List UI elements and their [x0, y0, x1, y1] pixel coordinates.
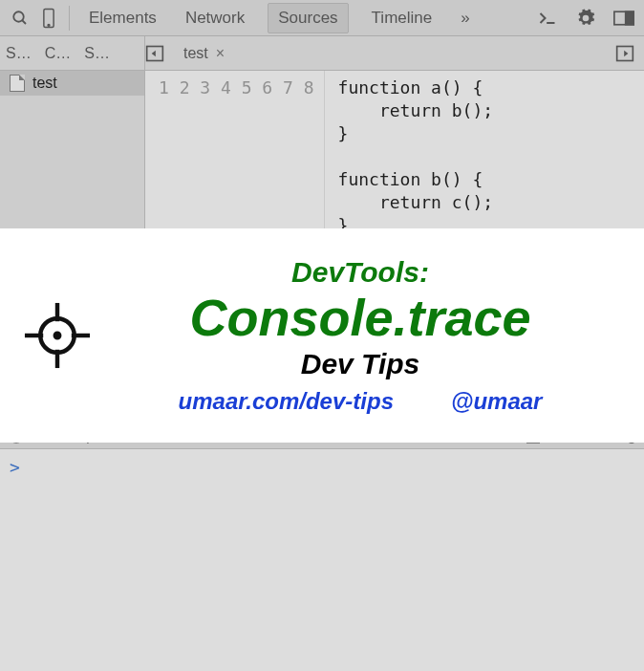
overlay-link-handle[interactable]: @umaar: [451, 388, 542, 414]
overlay-subtitle: Dev Tips: [115, 348, 606, 380]
more-tabs-icon[interactable]: »: [455, 3, 475, 33]
svg-point-17: [55, 334, 59, 337]
panel-tabs: Elements Network Sources Timeline »: [83, 3, 476, 33]
tab-network[interactable]: Network: [180, 3, 250, 33]
console-output[interactable]: >: [0, 449, 644, 671]
svg-line-1: [22, 20, 26, 24]
toolbar-separator: [69, 6, 70, 31]
svg-point-3: [48, 24, 50, 26]
devtools-toolbar: Elements Network Sources Timeline »: [0, 0, 644, 36]
overlay-link-site[interactable]: umaar.com/dev-tips: [179, 388, 394, 414]
crumb-1[interactable]: C…: [45, 45, 72, 62]
title-card-overlay: DevTools: Console.trace Dev Tips umaar.c…: [0, 228, 644, 443]
console-prompt: >: [10, 457, 20, 477]
svg-rect-6: [626, 11, 633, 25]
tab-sources[interactable]: Sources: [268, 3, 348, 33]
file-icon: [10, 75, 25, 92]
tab-timeline[interactable]: Timeline: [366, 3, 439, 33]
file-tab-label: test: [183, 45, 208, 62]
sources-subbar: S… C… S… test ×: [0, 36, 644, 71]
file-tree-label: test: [32, 75, 57, 92]
overlay-title-1: DevTools:: [115, 256, 606, 289]
file-tree-item[interactable]: test: [0, 71, 144, 96]
nav-back-icon[interactable]: [145, 44, 170, 63]
show-debugger-icon[interactable]: [615, 44, 644, 63]
dock-icon[interactable]: [610, 11, 638, 26]
show-console-icon[interactable]: [533, 11, 562, 26]
svg-point-0: [13, 11, 24, 22]
crumb-0[interactable]: S…: [6, 45, 32, 62]
navigator-crumbs: S… C… S…: [0, 36, 145, 70]
crumb-2[interactable]: S…: [84, 45, 110, 62]
file-tab[interactable]: test ×: [178, 45, 230, 62]
device-mode-icon[interactable]: [34, 8, 63, 29]
overlay-title-2: Console.trace: [115, 291, 606, 345]
close-icon[interactable]: ×: [216, 45, 225, 62]
search-icon[interactable]: [6, 10, 34, 27]
target-icon: [0, 300, 115, 371]
gear-icon[interactable]: [571, 9, 600, 28]
tab-elements[interactable]: Elements: [83, 3, 162, 33]
